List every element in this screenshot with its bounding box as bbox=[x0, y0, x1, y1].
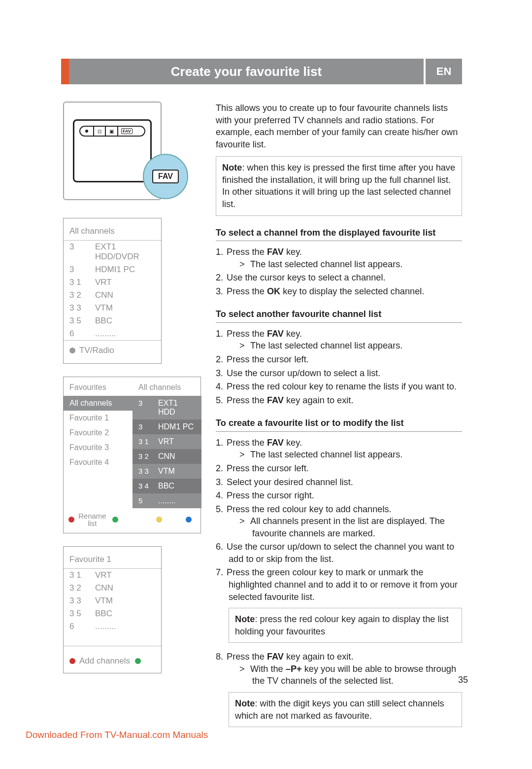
red-dot-icon bbox=[69, 658, 75, 664]
panel1-title: All channels bbox=[64, 218, 161, 240]
tv-figure: ⊡ ▣ FAV FAV bbox=[63, 102, 162, 200]
all-channels-panel: All channels 3EXT1 HDD/DVDR 3HDMI1 PC 3 … bbox=[63, 218, 162, 364]
dot-icon bbox=[69, 348, 75, 353]
fav-all-channels: All channels bbox=[64, 396, 133, 411]
section-2-title: To select another favourite channel list bbox=[216, 308, 462, 323]
accent-bar bbox=[61, 59, 69, 84]
fav-mini-icon: FAV bbox=[121, 128, 133, 134]
green-dot-icon bbox=[135, 658, 141, 664]
download-footer: Downloaded From TV-Manual.com Manuals bbox=[26, 730, 208, 740]
section-1-title: To select a channel from the displayed f… bbox=[216, 227, 462, 242]
intro-paragraph: This allows you to create up to four fav… bbox=[216, 102, 462, 150]
titlebar: Create your favourite list bbox=[69, 59, 424, 84]
fav-callout: FAV bbox=[143, 154, 188, 199]
note-box-mid: Note: press the red colour key again to … bbox=[229, 608, 462, 643]
tv-topbar: ⊡ ▣ FAV bbox=[79, 126, 145, 137]
blue-dot-icon bbox=[186, 517, 192, 523]
language-code: EN bbox=[436, 65, 452, 78]
body-text: This allows you to create up to four fav… bbox=[216, 102, 462, 735]
panel1-foot: TV/Radio bbox=[79, 346, 114, 355]
page-number: 35 bbox=[458, 675, 468, 685]
tv-outline: ⊡ ▣ FAV bbox=[73, 119, 152, 182]
favourites-panel: Favourites All channels Favourite 1 Favo… bbox=[63, 377, 201, 533]
language-badge: EN bbox=[426, 59, 462, 84]
note-box-1: Note: when this key is pressed the first… bbox=[216, 156, 462, 215]
yellow-dot-icon bbox=[156, 517, 162, 523]
green-dot-icon bbox=[112, 517, 118, 523]
fav-button-icon: FAV bbox=[152, 170, 179, 183]
favourite1-panel: Favourite 1 3 1VRT 3 2CNN 3 3VTM 3 5BBC … bbox=[63, 546, 162, 673]
page-title: Create your favourite list bbox=[171, 64, 322, 79]
section-3-title: To create a favourite list or to modify … bbox=[216, 417, 462, 432]
red-dot-icon bbox=[68, 517, 74, 523]
note-box-end: Note: with the digit keys you can still … bbox=[229, 692, 462, 727]
